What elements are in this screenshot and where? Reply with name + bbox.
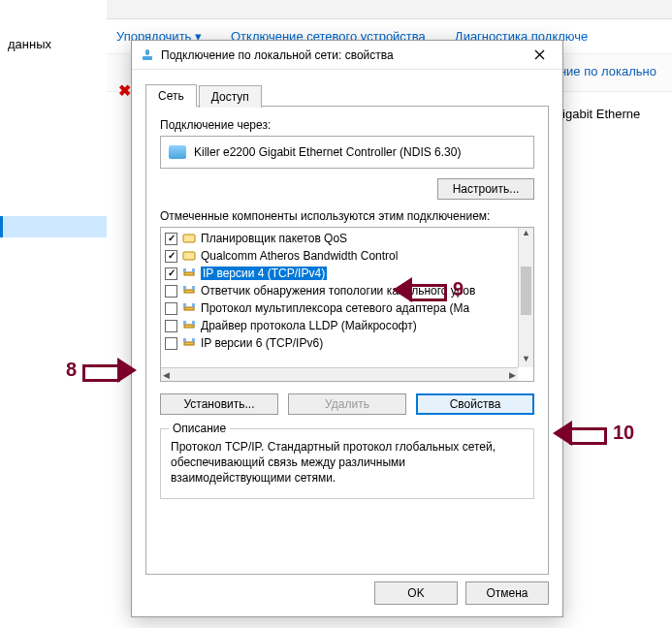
tab-access[interactable]: Доступ — [199, 85, 262, 108]
remove-button: Удалить — [288, 393, 406, 415]
bg-connection-text: ение по локально — [553, 64, 656, 78]
checkbox[interactable] — [165, 267, 177, 280]
cancel-button[interactable]: Отмена — [465, 581, 549, 605]
service-icon — [182, 249, 196, 263]
checkbox[interactable] — [165, 285, 177, 298]
component-item[interactable]: Qualcomm Atheros Bandwidth Control — [161, 247, 518, 265]
scroll-right-icon[interactable]: ▶ — [509, 370, 516, 380]
svg-rect-16 — [184, 342, 194, 345]
svg-rect-10 — [184, 307, 194, 310]
component-label: Ответчик обнаружения топологии канальног… — [201, 284, 475, 298]
svg-rect-15 — [192, 321, 195, 325]
component-label: Qualcomm Atheros Bandwidth Control — [201, 249, 398, 263]
scroll-down-icon[interactable]: ▼ — [519, 354, 533, 367]
svg-rect-1 — [143, 56, 152, 60]
component-item[interactable]: Ответчик обнаружения топологии канальног… — [161, 282, 518, 299]
scroll-left-icon[interactable]: ◀ — [163, 370, 170, 380]
component-item[interactable]: Протокол мультиплексора сетевого адаптер… — [161, 299, 518, 317]
annotation-8: 8 — [60, 359, 137, 381]
horizontal-scrollbar[interactable]: ◀ ▶ — [161, 367, 518, 381]
component-label: Драйвер протокола LLDP (Майкрософт) — [201, 319, 417, 332]
properties-button[interactable]: Свойства — [416, 393, 534, 415]
checkbox[interactable] — [165, 302, 177, 315]
tabstrip: Сеть Доступ — [145, 83, 549, 107]
component-item[interactable]: Драйвер протокола LLDP (Майкрософт) — [161, 317, 518, 334]
network-icon — [140, 47, 155, 63]
adapter-box[interactable]: Killer e2200 Gigabit Ethernet Controller… — [160, 136, 534, 169]
checkbox[interactable] — [165, 320, 177, 332]
annotation-10: 10 — [553, 422, 640, 444]
svg-rect-17 — [183, 338, 186, 342]
protocol-icon — [182, 267, 196, 280]
svg-rect-13 — [184, 325, 194, 328]
svg-rect-8 — [183, 286, 186, 290]
bg-sidebar-selection — [0, 216, 107, 237]
components-label: Отмеченные компоненты используются этим … — [160, 209, 534, 223]
svg-rect-12 — [192, 303, 195, 307]
vertical-scrollbar[interactable]: ▲ ▼ — [518, 228, 533, 367]
checkbox[interactable] — [165, 233, 177, 245]
component-item[interactable]: Планировщик пакетов QoS — [161, 230, 518, 247]
connection-properties-dialog: Подключение по локальной сети: свойства … — [131, 40, 563, 617]
svg-rect-7 — [184, 290, 194, 293]
arrow-right-icon — [82, 360, 137, 381]
components-listbox[interactable]: Планировщик пакетов QoSQualcomm Atheros … — [160, 227, 534, 382]
scroll-up-icon[interactable]: ▲ — [519, 228, 533, 241]
description-text: Протокол TCP/IP. Стандартный протокол гл… — [171, 439, 524, 487]
component-label: Планировщик пакетов QoS — [201, 232, 347, 245]
dialog-title: Подключение по локальной сети: свойства — [161, 48, 520, 62]
bg-adapter-text: Gigabit Etherne — [553, 107, 640, 121]
protocol-icon — [182, 319, 196, 332]
checkbox[interactable] — [165, 337, 177, 350]
bg-toolbar-strip — [107, 0, 672, 19]
svg-rect-18 — [192, 338, 195, 342]
svg-rect-11 — [183, 303, 186, 307]
ok-button[interactable]: OK — [374, 581, 458, 605]
scroll-thumb[interactable] — [521, 267, 531, 315]
svg-rect-3 — [183, 252, 195, 260]
svg-rect-6 — [192, 268, 195, 272]
adapter-name: Killer e2200 Gigabit Ethernet Controller… — [194, 145, 461, 159]
component-label: Протокол мультиплексора сетевого адаптер… — [201, 301, 469, 315]
svg-rect-5 — [183, 268, 186, 272]
connect-via-label: Подключение через: — [160, 118, 534, 132]
bg-disabled-icon: ✖ — [118, 81, 131, 100]
component-item[interactable]: IP версии 4 (TCP/IPv4) — [161, 265, 518, 282]
nic-icon — [169, 145, 186, 159]
protocol-icon — [182, 284, 196, 298]
close-button[interactable] — [520, 42, 559, 69]
description-group: Описание Протокол TCP/IP. Стандартный пр… — [160, 428, 534, 499]
protocol-icon — [182, 301, 196, 315]
install-button[interactable]: Установить... — [160, 393, 278, 415]
component-item[interactable]: IP версии 6 (TCP/IPv6) — [161, 334, 518, 352]
tab-network[interactable]: Сеть — [145, 84, 197, 107]
component-label: IP версии 6 (TCP/IPv6) — [201, 336, 323, 350]
protocol-icon — [182, 336, 196, 350]
bg-left-text: данных — [8, 37, 51, 51]
configure-button[interactable]: Настроить... — [437, 178, 534, 200]
svg-rect-2 — [183, 235, 195, 242]
description-title: Описание — [169, 422, 230, 435]
service-icon — [182, 232, 196, 245]
svg-rect-14 — [183, 321, 186, 325]
svg-rect-4 — [184, 272, 194, 275]
svg-rect-0 — [145, 49, 149, 55]
checkbox[interactable] — [165, 250, 177, 263]
tab-panel-network: Подключение через: Killer e2200 Gigabit … — [145, 107, 549, 575]
svg-rect-9 — [192, 286, 195, 290]
component-label: IP версии 4 (TCP/IPv4) — [201, 267, 327, 280]
titlebar[interactable]: Подключение по локальной сети: свойства — [132, 41, 562, 70]
